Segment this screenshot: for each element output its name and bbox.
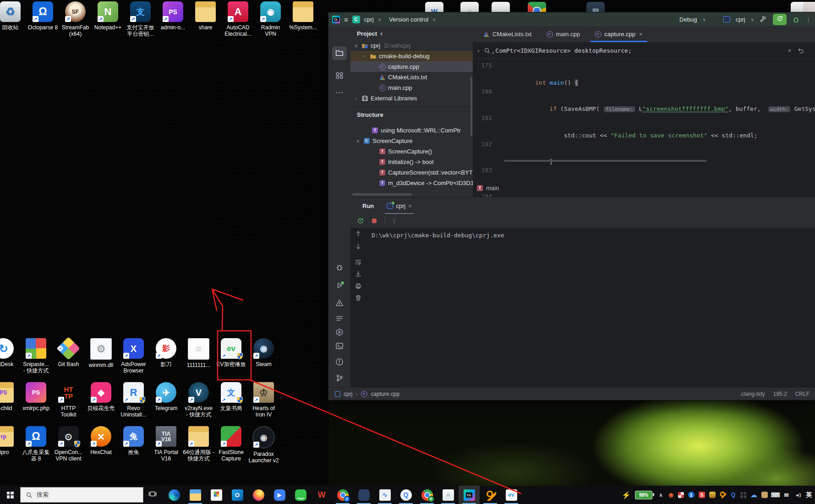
console-gutter-icon[interactable] — [355, 243, 362, 251]
structure-row[interactable]: f m_d3dDevice -> ComPtr<ID3D11D — [350, 178, 473, 188]
desktop-icon[interactable]: ↗ 64位通用版 - 快捷方式 — [182, 426, 215, 464]
project-selector[interactable]: cprj — [364, 16, 374, 23]
tree-row[interactable]: C capture.cpp — [350, 61, 473, 72]
tray-icon[interactable] — [740, 492, 746, 498]
taskbar-app-button[interactable]: ∿ — [374, 486, 395, 504]
tray-icon[interactable]: ◉ — [668, 492, 674, 498]
taskbar-app-button[interactable]: W — [311, 486, 332, 504]
taskbar-app-button[interactable] — [185, 486, 206, 504]
toolstrip-icon[interactable] — [332, 326, 347, 340]
desktop-icon[interactable]: ♔ ↗ Hearts of Iron IV — [247, 382, 280, 418]
taskbar-app-button[interactable]: CL — [459, 486, 480, 504]
desktop-icon[interactable]: Ω ↗ 八爪鱼采集 器 8 — [20, 426, 52, 464]
desktop-icon[interactable]: ↻ ↗ ustDesk — [0, 338, 20, 374]
desktop-icon[interactable]: 文 ↗ 文泉书局 — [215, 382, 247, 418]
taskbar-app-button[interactable] — [480, 486, 501, 504]
run-tab[interactable]: cprj × — [385, 197, 414, 214]
tree-row[interactable]: C main.cpp — [350, 82, 473, 93]
tree-row[interactable]: › External Libraries — [350, 93, 473, 104]
start-button[interactable] — [0, 486, 20, 504]
close-tab-icon[interactable]: × — [639, 31, 643, 38]
desktop-icon[interactable]: X ↗ AdsPower Browser — [117, 338, 150, 374]
desktop-icon[interactable]: rp ripro — [0, 426, 20, 464]
editor-tab[interactable]: C main.cpp — [541, 26, 589, 42]
desktop-icon[interactable]: PS hi-chlid — [0, 382, 20, 418]
taskbar-search-input[interactable]: 搜索 — [20, 487, 143, 503]
project-panel-header[interactable]: Project∨ — [350, 26, 473, 40]
editor-breadcrumb[interactable]: f main — [476, 185, 499, 192]
run-panel-title[interactable]: Run — [362, 203, 374, 209]
status-breadcrumb-project[interactable]: cprj — [344, 391, 352, 397]
tray-icon[interactable]: ⌨ — [772, 492, 779, 499]
desktop-icon[interactable]: ↗ Git Bash — [52, 338, 85, 374]
tree-row[interactable]: › cmake-build-debug — [350, 51, 473, 61]
status-breadcrumb-file[interactable]: capture.cpp — [371, 391, 399, 397]
toolstrip-icon[interactable] — [332, 86, 347, 100]
tray-icon[interactable]: ◄) — [794, 491, 802, 499]
taskbar-app-button[interactable]: S — [416, 486, 438, 504]
desktop-icon[interactable]: ⚙ winmm.dll — [85, 338, 117, 374]
tree-chevron[interactable]: › — [361, 54, 367, 59]
desktop-icon[interactable]: ◉ ↗ Paradox Launcher v2 — [247, 426, 280, 464]
taskbar-app-button[interactable]: ▶ — [269, 486, 290, 504]
console-gutter-icon[interactable] — [355, 294, 362, 302]
taskbar-app-button[interactable]: J — [332, 486, 353, 504]
tray-icon[interactable] — [720, 492, 726, 498]
more-options-icon[interactable]: ⋮ — [391, 218, 397, 225]
tray-icon[interactable]: ≋ — [783, 492, 790, 499]
toolstrip-icon[interactable] — [332, 46, 347, 60]
desktop-icon[interactable]: HT TP ↗ HTTP Toolkit — [52, 382, 85, 418]
more-actions-icon[interactable]: ⋮ — [805, 16, 811, 23]
toolstrip-icon[interactable] — [332, 296, 347, 310]
taskbar-app-button[interactable]: ev — [501, 486, 522, 504]
taskbar-app-button[interactable] — [353, 486, 374, 504]
console-gutter-icon[interactable] — [355, 230, 362, 238]
taskbar-app-button[interactable] — [248, 486, 269, 504]
debug-button[interactable] — [792, 16, 800, 23]
desktop-icon[interactable]: V ↗ v2rayN.exe - 快捷方式 — [182, 382, 215, 418]
status-widget[interactable]: 195:2 — [773, 391, 787, 397]
tree-row[interactable]: CMakeLists.txt — [350, 72, 473, 82]
desktop-icon[interactable]: ♻ 回收站 — [0, 1, 27, 37]
panel-vertical-scrollbar[interactable] — [470, 77, 472, 136]
tray-icon[interactable] — [678, 492, 684, 498]
run-button[interactable] — [773, 14, 787, 25]
taskbar-app-button[interactable] — [164, 486, 185, 504]
tree-chevron[interactable]: ∨ — [355, 138, 361, 143]
toolstrip-icon[interactable] — [332, 356, 347, 369]
desktop-icon[interactable]: ✈ ↗ Telegram — [150, 382, 182, 418]
toolstrip-icon[interactable] — [332, 279, 347, 293]
structure-horizontal-scrollbar[interactable] — [352, 193, 412, 196]
desktop-icon[interactable]: share — [189, 1, 222, 37]
close-search-icon[interactable]: × — [788, 47, 791, 54]
build-mode-selector[interactable]: Debug — [679, 16, 697, 23]
tray-icon[interactable]: Q — [730, 492, 736, 498]
close-tab-icon[interactable]: × — [408, 203, 412, 209]
taskbar-app-button[interactable]: O — [227, 486, 248, 504]
status-widget[interactable]: .clang-tidy — [740, 391, 765, 397]
build-hammer-icon[interactable] — [760, 16, 767, 23]
taskbar-app-button[interactable]: ‿ — [290, 486, 311, 504]
tree-chevron[interactable]: ∨ — [353, 43, 359, 48]
desktop-icon[interactable]: 兔 ↗ 推免 — [117, 426, 150, 464]
expand-icon[interactable]: › — [477, 47, 479, 54]
console-gutter-icon[interactable] — [355, 282, 362, 290]
desktop-icon[interactable]: %System... — [287, 1, 319, 37]
status-widget[interactable]: CRLF — [795, 391, 810, 397]
tree-row[interactable]: ∨ cprj D:\wk\cprj — [350, 40, 473, 51]
toolstrip-icon[interactable] — [332, 312, 347, 326]
tray-icon[interactable] — [761, 492, 768, 498]
structure-row[interactable]: f Initialize() -> bool — [350, 157, 473, 167]
stop-button[interactable] — [371, 217, 378, 225]
tray-icon[interactable]: S — [699, 492, 705, 498]
editor-horizontal-scrollbar[interactable] — [504, 160, 707, 162]
toolstrip-icon[interactable] — [332, 69, 347, 83]
desktop-icon[interactable]: ◉ ↗ Radmin VPN — [254, 1, 287, 37]
structure-row[interactable]: T using Microsoft::WRL::ComPtr — [350, 125, 473, 136]
desktop-icon[interactable]: 影 ↗ 影刀 — [150, 338, 182, 374]
toolstrip-icon[interactable] — [332, 372, 347, 385]
structure-row[interactable]: ∨ C ScreenCapture — [350, 136, 473, 146]
tray-icon[interactable]: ∧ — [658, 492, 664, 498]
desktop-icon[interactable]: ⊙ ↗ OpenCon... VPN client — [52, 426, 85, 464]
desktop-icon[interactable]: A ↗ AutoCAD Electrical... — [222, 1, 254, 37]
